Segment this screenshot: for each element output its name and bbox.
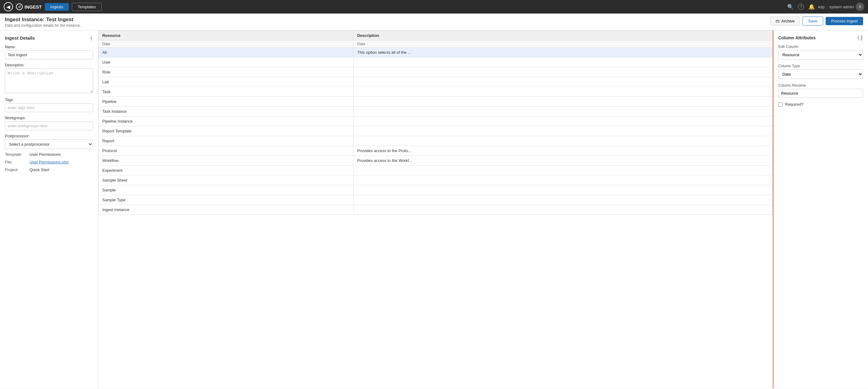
project-label: Project: (5, 168, 30, 172)
postprocessor-select[interactable]: Select a postprocessor (5, 140, 93, 149)
resource-cell: Sample (99, 185, 353, 195)
page-actions: 🗃 Archive Save Process Ingest (770, 17, 863, 26)
resource-cell: Pipeline (99, 97, 353, 107)
table-row[interactable]: Pipeline (99, 97, 773, 107)
nav-back-button[interactable]: ◀ (4, 2, 13, 11)
description-textarea[interactable] (5, 68, 93, 93)
description-cell (353, 57, 773, 67)
description-cell (353, 87, 773, 97)
required-label: Required? (785, 102, 804, 107)
archive-button[interactable]: 🗃 Archive (770, 17, 800, 26)
description-cell (353, 116, 773, 126)
file-row: File: User Permissions.xlsx (5, 160, 93, 164)
nav-user-label: esp (818, 5, 825, 9)
table-row[interactable]: Report (99, 136, 773, 146)
template-row: Template: User Permissions (5, 152, 93, 157)
description-cell (353, 97, 773, 107)
resource-cell: Sample Sheet (99, 175, 353, 185)
left-panel-title: Ingest Details ┤ (5, 35, 93, 40)
table-row[interactable]: Workflow Provides access to the Workf... (99, 156, 773, 166)
description-cell (353, 126, 773, 136)
edit-column-select[interactable]: ResourceDescription (778, 50, 863, 60)
resource-column-header: Resource (99, 31, 353, 40)
required-row: Required? (778, 102, 863, 107)
column-type-select[interactable]: DataLookupComputed (778, 69, 863, 79)
table-row[interactable]: Lab (99, 77, 773, 87)
resource-col-type: Data (99, 40, 353, 48)
workgroups-input[interactable] (5, 121, 93, 130)
template-value: User Permissions (30, 152, 61, 157)
table-row[interactable]: Sample (99, 185, 773, 195)
description-cell (353, 77, 773, 87)
table-row[interactable]: Role (99, 67, 773, 77)
col-type-row: Data Data (99, 40, 773, 48)
template-label: Template: (5, 152, 30, 157)
ingest-logo-icon: ↺ (16, 3, 23, 10)
tags-label: Tags: (5, 98, 93, 102)
description-cell: Provides access to the Proto... (353, 146, 773, 156)
file-value[interactable]: User Permissions.xlsx (30, 160, 69, 164)
templates-nav-button[interactable]: Templates (72, 3, 102, 11)
description-cell (353, 67, 773, 77)
data-table: Resource Description Data Data All This … (98, 30, 773, 215)
nav-logo-text: INGEST (25, 4, 42, 9)
tags-input[interactable] (5, 103, 93, 112)
required-checkbox[interactable] (778, 102, 783, 107)
main-layout: Ingest Details ┤ Name: Description: Tags… (0, 30, 868, 388)
resource-cell: User (99, 57, 353, 67)
description-cell (353, 175, 773, 185)
description-cell: This option selects all of the ... (353, 48, 773, 57)
description-cell: Provides access to the Workf... (353, 156, 773, 166)
left-panel: Ingest Details ┤ Name: Description: Tags… (0, 30, 98, 388)
table-row[interactable]: Report Template (99, 126, 773, 136)
resource-cell: Sample Type (99, 195, 353, 205)
search-icon[interactable]: 🔍 (787, 4, 794, 10)
name-label: Name: (5, 45, 93, 49)
column-type-label: Column Type (778, 64, 863, 68)
nav-avatar: S (856, 2, 864, 11)
name-input[interactable] (5, 50, 93, 59)
description-cell (353, 195, 773, 205)
table-row[interactable]: Task Instance (99, 107, 773, 116)
resource-cell: Workflow (99, 156, 353, 166)
description-column-header: Description (353, 31, 773, 40)
resource-cell: All (99, 48, 353, 57)
file-label: File: (5, 160, 30, 164)
save-button[interactable]: Save (802, 17, 823, 26)
resource-cell: Pipeline Instance (99, 116, 353, 126)
right-panel-title: Column Attributes ┤║ (778, 35, 863, 40)
table-row[interactable]: Task (99, 87, 773, 97)
right-panel: Column Attributes ┤║ Edit Column Resourc… (773, 30, 868, 388)
table-row[interactable]: Pipeline Instance (99, 116, 773, 126)
table-row[interactable]: All This option selects all of the ... (99, 48, 773, 57)
nav-user-name: system admin (829, 5, 854, 9)
table-row[interactable]: Protocol Provides access to the Proto... (99, 146, 773, 156)
table-row[interactable]: Experiment (99, 166, 773, 175)
description-cell (353, 185, 773, 195)
table-row[interactable]: User (99, 57, 773, 67)
ingests-nav-button[interactable]: Ingests (45, 3, 69, 11)
description-cell (353, 136, 773, 146)
description-cell (353, 205, 773, 215)
nav-icons: 🔍 ? 🔔 (787, 4, 815, 10)
bell-icon[interactable]: 🔔 (808, 4, 815, 10)
resource-cell: Lab (99, 77, 353, 87)
page-header: Ingest Instance: Test Ingest Data and co… (0, 13, 868, 30)
resource-cell: Experiment (99, 166, 353, 175)
edit-column-label: Edit Column (778, 44, 863, 49)
table-header-row: Resource Description (99, 31, 773, 40)
table-row[interactable]: Sample Sheet (99, 175, 773, 185)
page-title: Ingest Instance: Test Ingest (5, 17, 81, 23)
left-panel-collapse-button[interactable]: ┤ (90, 36, 93, 40)
table-row[interactable]: Sample Type (99, 195, 773, 205)
page-subtitle: Data and configuration details for the i… (5, 23, 81, 28)
column-rename-input[interactable] (778, 89, 863, 98)
help-icon[interactable]: ? (798, 4, 804, 10)
resource-cell: Task (99, 87, 353, 97)
project-row: Project: Quick Start (5, 168, 93, 172)
center-panel: Resource Description Data Data All This … (98, 30, 773, 388)
right-panel-collapse-button[interactable]: ┤║ (857, 35, 863, 40)
table-row[interactable]: Ingest Instance (99, 205, 773, 215)
process-ingest-button[interactable]: Process Ingest (826, 17, 863, 25)
top-nav: ◀ ↺ INGEST Ingests Templates 🔍 ? 🔔 esp |… (0, 0, 868, 13)
